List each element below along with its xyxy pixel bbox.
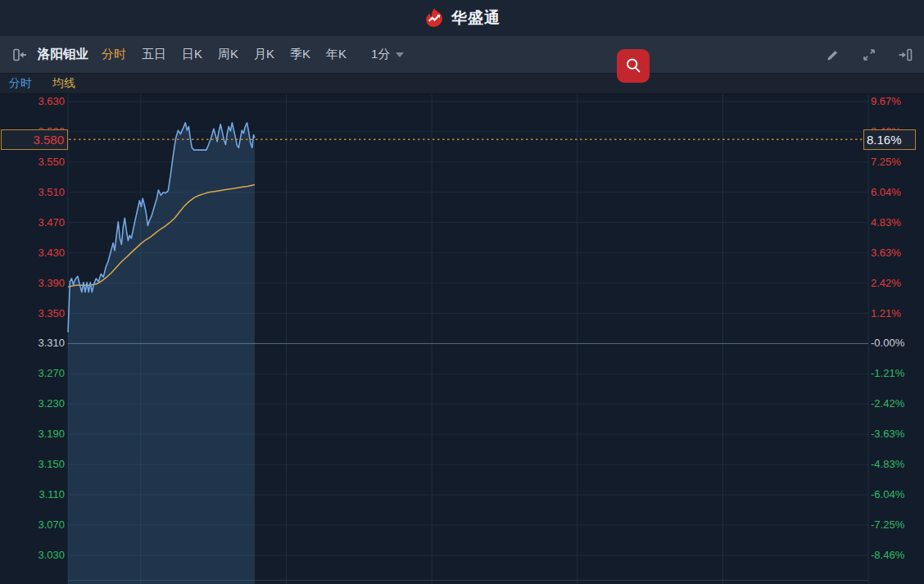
overlay-tabs: 分时均线 [0,74,924,94]
price-axis-label: 3.630 [0,95,65,108]
period-tab[interactable]: 季K [290,47,310,62]
period-tab[interactable]: 年K [326,47,346,62]
price-axis-label: 3.110 [0,488,65,501]
percent-axis-label: 3.63% [871,247,901,260]
draw-icon[interactable] [826,48,840,62]
period-tab[interactable]: 分时 [102,47,126,62]
percent-axis-label: -6.04% [871,488,904,501]
period-tab[interactable]: 月K [254,47,274,62]
percent-axis-label: 7.25% [871,156,901,169]
fullscreen-icon[interactable] [862,48,876,62]
percent-axis-label: -8.46% [871,549,904,562]
percent-axis-label: -7.25% [871,518,904,532]
overlay-tab[interactable]: 分时 [9,76,32,91]
percent-axis-label: 4.83% [871,216,901,229]
price-axis-label: 3.270 [0,367,65,380]
percent-axis-label: -3.63% [871,428,904,441]
percent-axis-label: 1.21% [871,307,901,320]
price-axis-label: 3.510 [0,186,65,199]
flame-logo-icon [424,7,446,29]
collapse-panel-icon[interactable] [13,48,28,61]
exit-panel-icon[interactable] [898,48,913,61]
percent-axis-label: -0.00% [871,337,904,350]
percent-axis-label: 6.04% [871,186,901,199]
price-axis-label: 3.070 [0,518,65,532]
price-axis-label: 3.390 [0,277,65,290]
current-price-label: 3.580 [1,129,68,150]
price-axis-label: 3.190 [0,428,65,441]
chart-svg[interactable] [0,94,924,584]
percent-axis-label: -2.42% [871,397,904,410]
period-tab[interactable]: 周K [218,47,238,62]
price-axis-label: 3.430 [0,247,65,260]
price-axis-label: 3.230 [0,397,65,410]
price-axis-label: 3.350 [0,307,65,320]
price-axis-label: 3.310 [0,337,65,350]
app-header: 华盛通 [0,0,924,36]
price-axis-label: 3.470 [0,216,65,229]
chevron-down-icon [396,52,404,57]
current-change-label: 8.16% [863,129,916,150]
interval-label: 1分 [371,47,390,62]
price-axis-label: 3.150 [0,458,65,471]
search-button[interactable] [617,49,650,83]
period-tabs: 分时五日日K周K月K季K年K [102,47,346,62]
period-tab[interactable]: 日K [182,47,202,62]
toolbar-right-icons [826,36,913,73]
chart-area[interactable]: 3.580 8.16% 3.6309.67%3.5908.46%3.5507.2… [0,94,924,584]
price-axis-label: 3.550 [0,156,65,169]
app-logo: 华盛通 [424,7,500,29]
search-icon [624,57,643,75]
interval-dropdown[interactable]: 1分 [371,47,404,62]
percent-axis-label: -4.83% [871,458,904,471]
price-axis-label: 3.030 [0,549,65,562]
overlay-tab[interactable]: 均线 [52,76,75,91]
percent-axis-label: -1.21% [871,367,904,380]
stock-name: 洛阳钼业 [38,46,88,63]
chart-toolbar: 洛阳钼业 分时五日日K周K月K季K年K 1分 [0,36,924,74]
percent-axis-label: 2.42% [871,277,901,290]
percent-axis-label: 9.67% [871,95,901,108]
app-title: 华盛通 [451,7,500,29]
period-tab[interactable]: 五日 [142,47,166,62]
